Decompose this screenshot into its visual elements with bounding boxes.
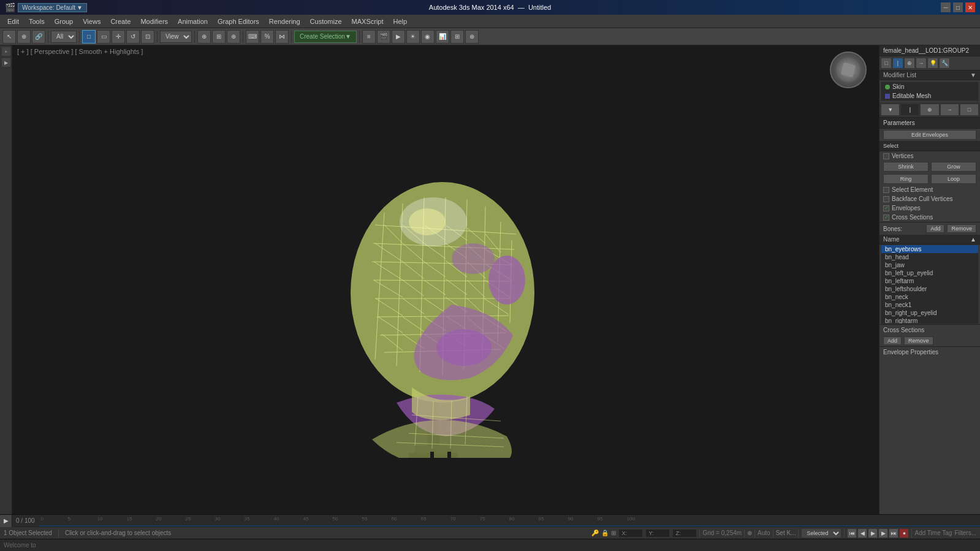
snap-icon[interactable]: ⊕ — [747, 530, 752, 536]
anim-goto-start[interactable]: ⏮ — [847, 528, 857, 538]
ring-btn[interactable]: Ring — [883, 174, 929, 184]
anim-next-frame[interactable]: ▶ — [878, 528, 888, 538]
tool-scale[interactable]: ⊡ — [141, 30, 154, 44]
workspace-button[interactable]: Workspace: Default ▼ — [18, 3, 87, 12]
panel-icon-modify[interactable]: | — [892, 58, 903, 69]
tool-material[interactable]: ◉ — [421, 30, 435, 44]
select-header[interactable]: Select — [879, 141, 980, 151]
grow-btn[interactable]: Grow — [931, 162, 976, 172]
panel-icon-hierarchy[interactable]: ⊕ — [904, 58, 915, 69]
modifier-skin[interactable]: Skin — [881, 82, 978, 91]
bone-item-head[interactable]: bn_head — [881, 253, 978, 261]
bone-item-eyebrows[interactable]: bn_eyebrows — [881, 245, 978, 253]
backface-cull-checkbox[interactable] — [883, 196, 889, 202]
filter-select[interactable]: Selected — [801, 528, 841, 538]
maximize-button[interactable]: □ — [953, 2, 963, 12]
tool-select-object[interactable]: □ — [82, 30, 96, 44]
anim-record[interactable]: ● — [899, 528, 909, 538]
menu-customize[interactable]: Customize — [305, 17, 347, 26]
bone-item-right-up-eyelid[interactable]: bn_right_up_eyelid — [881, 309, 978, 317]
panel-icon-display[interactable]: □ — [881, 58, 892, 69]
tool-snap-2d[interactable]: ⊞ — [212, 30, 226, 44]
app-title: Autodesk 3ds Max 2014 x64 — [429, 4, 514, 11]
modifier-editable-mesh[interactable]: Editable Mesh — [881, 91, 978, 101]
parameters-header[interactable]: Parameters — [879, 118, 980, 129]
menu-animation[interactable]: Animation — [173, 17, 213, 26]
sub-tab-1[interactable]: ▼ — [881, 104, 900, 116]
menu-edit[interactable]: Edit — [2, 17, 24, 26]
anim-goto-end[interactable]: ⏭ — [889, 528, 898, 538]
view-dropdown[interactable]: View — [160, 31, 192, 43]
add-time-tag[interactable]: Add Time Tag — [914, 530, 952, 536]
tool-rotate[interactable]: ↺ — [126, 30, 140, 44]
tool-snap-3d[interactable]: ⊕ — [227, 30, 240, 44]
tool-mirror[interactable]: ⋈ — [275, 30, 289, 44]
cross-sections-remove-btn[interactable]: Remove — [904, 336, 933, 345]
sub-tab-2[interactable]: | — [900, 104, 919, 116]
bone-item-leftshoulder[interactable]: bn_leftshoulder — [881, 285, 978, 293]
anim-play[interactable]: ▶ — [868, 528, 878, 538]
tool-pivot[interactable]: ⊕ — [197, 30, 211, 44]
envelopes-checkbox[interactable] — [883, 205, 889, 211]
bone-item-jaw[interactable]: bn_jaw — [881, 261, 978, 269]
menu-modifiers[interactable]: Modifiers — [135, 17, 173, 26]
panel-icon-utilities[interactable]: 🔧 — [939, 58, 950, 69]
vertices-checkbox[interactable] — [883, 153, 889, 159]
tool-move[interactable]: ✛ — [112, 30, 125, 44]
menu-maxscript[interactable]: MAXScript — [347, 17, 389, 26]
viewport[interactable]: [ + ] [ Perspective ] [ Smooth + Highlig… — [12, 45, 879, 514]
menu-tools[interactable]: Tools — [24, 17, 50, 26]
tool-more[interactable]: ⊕ — [465, 30, 479, 44]
menu-graph-editors[interactable]: Graph Editors — [213, 17, 264, 26]
tool-keyboard[interactable]: ⌨ — [246, 30, 259, 44]
close-button[interactable]: ✕ — [965, 2, 975, 12]
cross-sections-checkbox[interactable] — [883, 215, 889, 221]
bones-remove-btn[interactable]: Remove — [947, 224, 976, 233]
menu-group[interactable]: Group — [50, 17, 78, 26]
timeline-play-btn[interactable]: ▶ — [0, 515, 12, 527]
sub-tab-3[interactable]: ⊕ — [920, 104, 939, 116]
tool-schematic[interactable]: ⊞ — [450, 30, 464, 44]
menu-views[interactable]: Views — [78, 17, 105, 26]
tool-quick-render[interactable]: ▶ — [392, 30, 405, 44]
setkey-label[interactable]: Set K... — [776, 530, 796, 536]
minimize-button[interactable]: ─ — [941, 2, 951, 12]
filters-label[interactable]: Filters... — [954, 530, 976, 536]
sub-tab-5[interactable]: □ — [960, 104, 979, 116]
bone-item-left-up-eyelid[interactable]: bn_left_up_eyelid — [881, 269, 978, 277]
bones-add-btn[interactable]: Add — [926, 224, 944, 233]
tool-select[interactable]: ↖ — [2, 30, 16, 44]
tool-transform[interactable]: ⊕ — [17, 30, 31, 44]
shrink-btn[interactable]: Shrink — [883, 162, 929, 172]
create-selection-btn[interactable]: Create Selection ▼ — [294, 31, 357, 43]
edit-envelopes-btn[interactable]: Edit Envelopes — [883, 130, 976, 140]
left-btn-1[interactable]: + — [1, 47, 11, 56]
bone-item-leftarm[interactable]: bn_leftarm — [881, 277, 978, 285]
timeline-track[interactable]: 0 5 10 15 20 25 30 35 40 45 50 55 60 65 … — [39, 515, 980, 526]
bones-sort-icon[interactable]: ▲ — [970, 236, 976, 243]
menu-help[interactable]: Help — [389, 17, 412, 26]
bone-item-rightarm[interactable]: bn_rightarm — [881, 317, 978, 324]
loop-btn[interactable]: Loop — [931, 174, 976, 184]
tool-activeshade[interactable]: ☀ — [406, 30, 420, 44]
anim-prev-frame[interactable]: ◀ — [857, 528, 867, 538]
menu-rendering[interactable]: Rendering — [264, 17, 305, 26]
sub-tab-4[interactable]: → — [940, 104, 959, 116]
tool-link[interactable]: 🔗 — [32, 30, 45, 44]
panel-icon-motion[interactable]: → — [916, 58, 927, 69]
panel-icon-display2[interactable]: 💡 — [927, 58, 938, 69]
tool-render[interactable]: 🎬 — [377, 30, 390, 44]
bone-item-neck[interactable]: bn_neck — [881, 293, 978, 301]
tool-track-view[interactable]: 📊 — [436, 30, 449, 44]
tool-named-sel[interactable]: ≡ — [362, 30, 376, 44]
left-btn-2[interactable]: ▶ — [1, 58, 11, 67]
tool-select-region[interactable]: ▭ — [97, 30, 110, 44]
tool-percent[interactable]: % — [260, 30, 274, 44]
select-element-checkbox[interactable] — [883, 187, 889, 193]
filter-dropdown[interactable]: All — [51, 31, 77, 43]
bones-list[interactable]: bn_eyebrows bn_head bn_jaw bn_left_up_ey… — [881, 245, 979, 324]
menu-create[interactable]: Create — [105, 17, 135, 26]
bone-item-neck1[interactable]: bn_neck1 — [881, 301, 978, 309]
title-left: 🎬 Workspace: Default ▼ — [5, 2, 87, 12]
cross-sections-add-btn[interactable]: Add — [883, 336, 902, 345]
